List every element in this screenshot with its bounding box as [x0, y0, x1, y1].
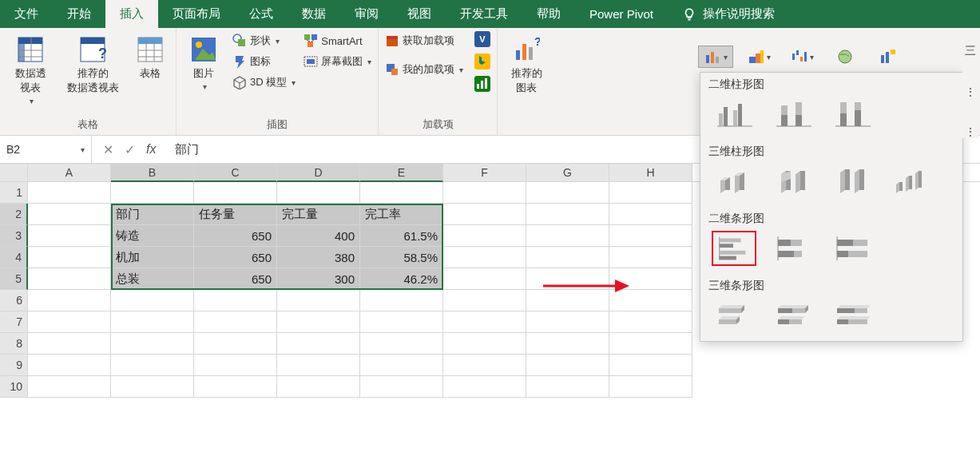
tab-insert[interactable]: 插入 — [105, 0, 158, 28]
cell[interactable] — [609, 311, 692, 333]
cancel-formula-icon[interactable]: ✕ — [103, 142, 113, 157]
icons-button[interactable]: 图标 — [231, 52, 297, 71]
column-3d[interactable] — [889, 164, 934, 199]
cell[interactable] — [360, 290, 443, 311]
cell[interactable] — [360, 311, 443, 333]
tab-powerpivot[interactable]: Power Pivot — [575, 0, 668, 28]
tab-page-layout[interactable]: 页面布局 — [158, 0, 235, 28]
cell[interactable]: 61.5% — [360, 225, 443, 247]
recommended-pivot-button[interactable]: ? 推荐的 数据透视表 — [61, 31, 125, 95]
screenshot-button[interactable]: 屏幕截图▾ — [302, 52, 373, 71]
tab-review[interactable]: 审阅 — [340, 0, 393, 28]
cell[interactable]: 任务量 — [194, 204, 277, 225]
row-header-2[interactable]: 2 — [0, 204, 28, 225]
cell[interactable] — [111, 182, 194, 204]
row-header-8[interactable]: 8 — [0, 333, 28, 355]
clustered-bar-2d[interactable] — [712, 231, 756, 266]
cell[interactable] — [526, 204, 609, 225]
hierarchy-chart-dropdown-button[interactable]: ▾ — [741, 46, 776, 68]
percent-stacked-column-2d[interactable] — [830, 97, 875, 132]
col-header-d[interactable]: D — [277, 164, 360, 182]
cell[interactable]: 铸造 — [111, 225, 194, 247]
cell[interactable]: 46.2% — [360, 268, 443, 290]
cell[interactable] — [28, 355, 111, 376]
cell[interactable]: 300 — [277, 268, 360, 290]
cell[interactable] — [111, 290, 194, 311]
map-chart-button[interactable] — [827, 46, 863, 68]
cell[interactable] — [28, 204, 111, 225]
row-header-3[interactable]: 3 — [0, 225, 28, 247]
stacked-bar-3d[interactable] — [771, 298, 815, 333]
name-box[interactable]: B2 ▾ — [0, 136, 92, 163]
cell[interactable] — [277, 290, 360, 311]
cell[interactable] — [609, 182, 692, 204]
col-header-e[interactable]: E — [360, 164, 443, 182]
cell[interactable]: 完工率 — [360, 204, 443, 225]
cell[interactable] — [360, 182, 443, 204]
cell[interactable] — [609, 225, 692, 247]
cell[interactable] — [609, 376, 692, 398]
col-header-c[interactable]: C — [194, 164, 277, 182]
table-button[interactable]: 表格 — [129, 31, 171, 81]
col-header-a[interactable]: A — [28, 164, 111, 181]
tab-view[interactable]: 视图 — [393, 0, 446, 28]
cell[interactable] — [194, 290, 277, 311]
clustered-column-2d[interactable] — [712, 97, 756, 132]
tab-data[interactable]: 数据 — [288, 0, 340, 28]
cell[interactable] — [194, 376, 277, 398]
cell[interactable] — [609, 268, 692, 290]
cell[interactable] — [28, 182, 111, 204]
tab-home[interactable]: 开始 — [53, 0, 105, 28]
clustered-column-3d[interactable] — [712, 164, 756, 199]
people-graph-icon[interactable] — [474, 76, 492, 93]
percent-stacked-bar-3d[interactable] — [830, 298, 875, 333]
cell[interactable] — [277, 182, 360, 204]
cell[interactable] — [360, 355, 443, 376]
cell[interactable] — [111, 376, 194, 398]
cell[interactable] — [609, 355, 692, 376]
col-header-g[interactable]: G — [526, 164, 609, 181]
pictures-button[interactable]: 图片▾ — [181, 31, 226, 91]
visio-icon[interactable]: V — [474, 31, 492, 49]
col-header-h[interactable]: H — [609, 164, 692, 181]
row-header-7[interactable]: 7 — [0, 311, 28, 333]
cell[interactable] — [277, 311, 360, 333]
percent-stacked-bar-2d[interactable] — [830, 231, 875, 266]
cell[interactable] — [111, 333, 194, 355]
cell[interactable] — [111, 355, 194, 376]
cell[interactable]: 机加 — [111, 247, 194, 268]
select-all-corner[interactable] — [0, 164, 28, 181]
col-header-f[interactable]: F — [443, 164, 526, 181]
cell[interactable] — [28, 376, 111, 398]
cell[interactable] — [28, 247, 111, 268]
recommended-charts-button[interactable]: ? 推荐的 图表 — [502, 31, 550, 95]
3d-models-button[interactable]: 3D 模型▾ — [231, 73, 297, 92]
cell[interactable] — [443, 268, 526, 290]
cell[interactable] — [443, 204, 526, 225]
tab-formulas[interactable]: 公式 — [235, 0, 288, 28]
accept-formula-icon[interactable]: ✓ — [125, 142, 135, 157]
cell[interactable] — [526, 182, 609, 204]
row-header-5[interactable]: 5 — [0, 268, 28, 290]
cell[interactable] — [194, 182, 277, 204]
cell[interactable] — [609, 247, 692, 268]
row-header-6[interactable]: 6 — [0, 290, 28, 311]
cell[interactable] — [526, 225, 609, 247]
stacked-column-3d[interactable] — [771, 164, 815, 199]
row-header-1[interactable]: 1 — [0, 182, 28, 204]
cell[interactable] — [526, 376, 609, 398]
cell[interactable] — [526, 247, 609, 268]
cell[interactable] — [526, 333, 609, 355]
cell[interactable] — [28, 225, 111, 247]
cell[interactable] — [360, 333, 443, 355]
cell[interactable] — [28, 333, 111, 355]
shapes-button[interactable]: 形状▾ — [231, 31, 297, 50]
pivot-table-button[interactable]: 数据透 视表▾ — [5, 31, 56, 105]
bing-maps-icon[interactable] — [474, 54, 492, 71]
row-header-9[interactable]: 9 — [0, 355, 28, 376]
get-addins-button[interactable]: 获取加载项 — [383, 31, 465, 50]
fx-icon[interactable]: fx — [146, 142, 156, 157]
cell[interactable] — [443, 355, 526, 376]
cell[interactable] — [443, 182, 526, 204]
cell[interactable] — [526, 355, 609, 376]
